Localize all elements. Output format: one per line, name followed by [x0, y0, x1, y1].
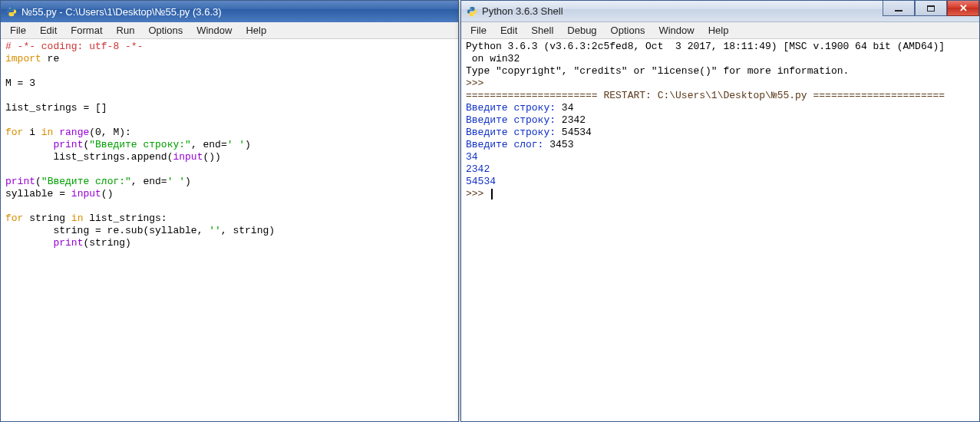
code-line [5, 65, 454, 77]
shell-menu-shell[interactable]: Shell [525, 23, 559, 38]
editor-menu-edit[interactable]: Edit [34, 23, 63, 38]
code-line [5, 90, 454, 102]
svg-point-1 [13, 15, 14, 15]
code-line: # -*- coding: utf-8 -*- [5, 41, 454, 53]
shell-menu-edit[interactable]: Edit [494, 23, 523, 38]
shell-line: Type "copyright", "credits" or "license(… [466, 65, 975, 77]
svg-point-0 [9, 8, 10, 8]
editor-menu-file[interactable]: File [4, 23, 32, 38]
shell-line: Введите слог: 3453 [466, 139, 975, 151]
shell-line: Введите строку: 2342 [466, 114, 975, 127]
shell-menu-debug[interactable]: Debug [561, 23, 602, 38]
code-line: print("Введите строку:", end=' ') [5, 139, 454, 151]
editor-titlebar[interactable]: №55.py - C:\Users\1\Desktop\№55.py (3.6.… [1, 1, 458, 22]
code-line [5, 114, 454, 127]
code-line: list_strings = [] [5, 102, 454, 114]
close-icon: ✕ [959, 2, 968, 14]
maximize-button[interactable] [915, 1, 947, 16]
editor-code-area[interactable]: # -*- coding: utf-8 -*-import re M = 3 l… [1, 39, 458, 421]
editor-menu-format[interactable]: Format [64, 23, 108, 38]
minimize-button[interactable] [883, 1, 915, 16]
python-icon [466, 5, 478, 18]
code-line: print(string) [5, 237, 454, 249]
shell-menu-help[interactable]: Help [702, 23, 735, 38]
desktop: №55.py - C:\Users\1\Desktop\№55.py (3.6.… [0, 0, 980, 422]
text-cursor [491, 189, 493, 199]
code-line: for i in range(0, M): [5, 127, 454, 139]
shell-line: 54534 [466, 176, 975, 188]
shell-line: Введите строку: 54534 [466, 127, 975, 139]
code-line: syllable = input() [5, 188, 454, 200]
editor-window: №55.py - C:\Users\1\Desktop\№55.py (3.6.… [0, 0, 459, 422]
shell-line: ====================== RESTART: C:\Users… [466, 90, 975, 102]
code-line: print("Введите слог:", end=' ') [5, 176, 454, 188]
shell-titlebar[interactable]: Python 3.6.3 Shell ✕ [461, 1, 979, 22]
close-button[interactable]: ✕ [947, 1, 979, 16]
editor-menu-options[interactable]: Options [142, 23, 189, 38]
shell-line: Введите строку: 34 [466, 102, 975, 114]
minimize-icon [895, 10, 902, 12]
shell-menu-options[interactable]: Options [605, 23, 652, 38]
shell-output-area[interactable]: Python 3.6.3 (v3.6.3:2c5fed8, Oct 3 2017… [461, 39, 979, 421]
code-line: string = re.sub(syllable, '', string) [5, 225, 454, 237]
python-icon [5, 5, 18, 18]
shell-line: >>> [466, 188, 975, 200]
svg-point-2 [470, 8, 470, 8]
editor-menubar: FileEditFormatRunOptionsWindowHelp [1, 22, 458, 39]
editor-menu-help[interactable]: Help [239, 23, 272, 38]
editor-title: №55.py - C:\Users\1\Desktop\№55.py (3.6.… [21, 6, 455, 18]
shell-line: 34 [466, 151, 975, 163]
editor-menu-window[interactable]: Window [190, 23, 238, 38]
code-line: M = 3 [5, 77, 454, 90]
shell-menu-window[interactable]: Window [652, 23, 700, 38]
code-line: import re [5, 53, 454, 65]
maximize-icon [927, 5, 935, 12]
window-controls: ✕ [883, 1, 979, 16]
code-line [5, 200, 454, 213]
shell-line: Python 3.6.3 (v3.6.3:2c5fed8, Oct 3 2017… [466, 41, 975, 53]
code-line: for string in list_strings: [5, 213, 454, 225]
code-line [5, 163, 454, 176]
shell-line: on win32 [466, 53, 975, 65]
shell-window: Python 3.6.3 Shell ✕ FileEditShellDebugO… [460, 0, 980, 422]
shell-menu-file[interactable]: File [464, 23, 493, 38]
shell-line: >>> [466, 77, 975, 90]
svg-point-3 [474, 14, 474, 15]
editor-menu-run[interactable]: Run [111, 23, 141, 38]
shell-menubar: FileEditShellDebugOptionsWindowHelp [461, 22, 979, 39]
code-line: list_strings.append(input()) [5, 151, 454, 163]
shell-line: 2342 [466, 163, 975, 176]
